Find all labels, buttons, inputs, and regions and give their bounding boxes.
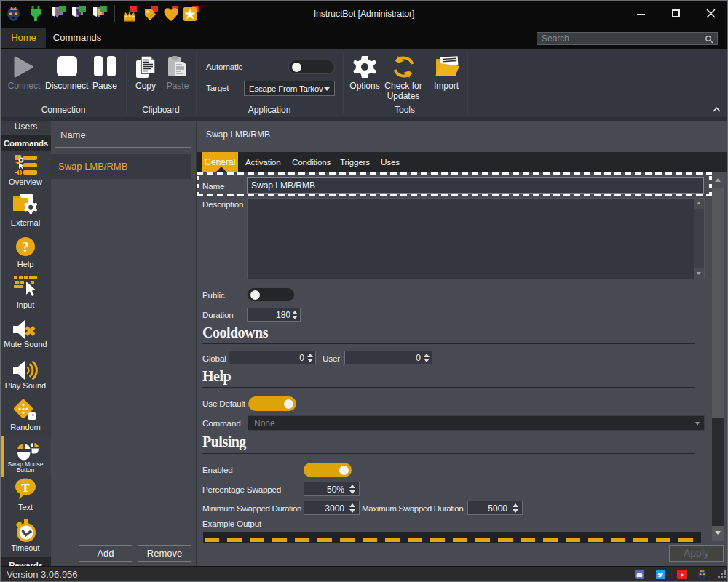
svg-text:?: ?: [22, 239, 29, 255]
svg-text:T: T: [21, 481, 30, 495]
